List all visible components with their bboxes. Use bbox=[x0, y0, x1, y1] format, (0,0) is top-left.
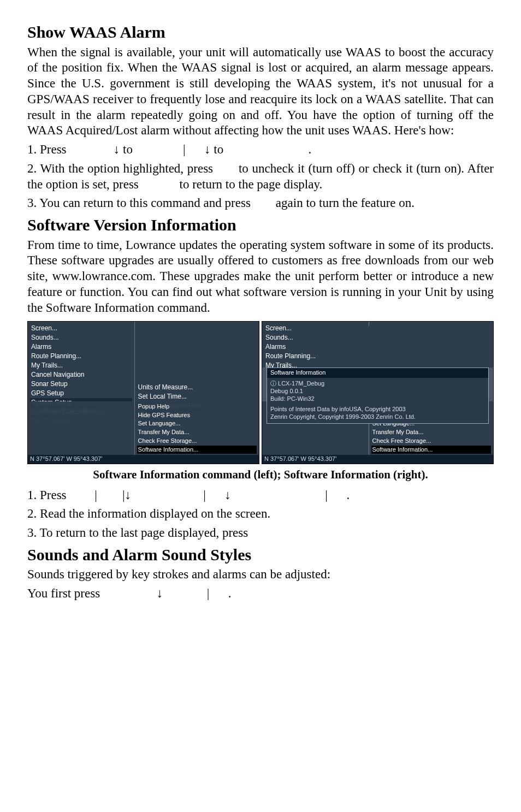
figure-caption: Software Information command (left); Sof… bbox=[27, 467, 494, 482]
menu-col1-r: Screen... Sounds... Alarms Route Plannin… bbox=[262, 322, 369, 368]
popup-line: Zenrin Copyright, Copyright 1999-2003 Ze… bbox=[270, 413, 485, 421]
menu-item[interactable]: Transfer My Data... bbox=[371, 428, 491, 437]
menu-item[interactable]: Hide GPS Features bbox=[137, 411, 257, 420]
screenshot-right: Screen... Sounds... Alarms Route Plannin… bbox=[262, 321, 494, 464]
menu-item[interactable]: Transfer My Data... bbox=[137, 428, 257, 437]
sw-step3: 3. To return to the last page displayed,… bbox=[27, 525, 494, 541]
menu-item[interactable]: Screen... bbox=[264, 324, 366, 333]
popup-line: Debug 0.0.1 bbox=[270, 388, 485, 395]
para-sounds-intro: Sounds triggered by key strokes and alar… bbox=[27, 567, 494, 583]
menu-item[interactable]: Alarms bbox=[264, 342, 366, 352]
waas-step3: 3. You can return to this command and pr… bbox=[27, 195, 494, 211]
sw-step2: 2. Read the information displayed on the… bbox=[27, 506, 494, 522]
menu-item[interactable]: Route Planning... bbox=[264, 352, 366, 361]
menu-lower-col1 bbox=[28, 401, 134, 404]
menu-upper-r: Screen... Sounds... Alarms Route Plannin… bbox=[262, 322, 493, 368]
heading-sw: Software Version Information bbox=[27, 215, 494, 235]
sounds-step1: You first press ↓ | . bbox=[27, 586, 494, 602]
heading-sounds: Sounds and Alarm Sound Styles bbox=[27, 544, 494, 565]
para-sw-intro: From time to time, Lowrance updates the … bbox=[27, 238, 494, 316]
popup-line: ⓘ LCX-17M_Debug bbox=[270, 380, 485, 388]
menu-lower: Popup Help Hide GPS Features Set Languag… bbox=[28, 401, 259, 455]
menu-item[interactable]: Screen... bbox=[30, 324, 132, 333]
map-snippet bbox=[137, 324, 257, 383]
status-bar-r: N 37°57.067' W 95°43.307' bbox=[262, 454, 493, 464]
menu-item[interactable]: Sonar Setup bbox=[30, 380, 132, 389]
menu-item[interactable]: Sounds... bbox=[264, 333, 366, 342]
status-bar: N 37°57.067' W 95°43.307' bbox=[28, 454, 259, 464]
software-info-popup: Software Information ⓘ LCX-17M_Debug Deb… bbox=[267, 368, 489, 424]
menu-item[interactable]: Set Local Time... bbox=[137, 392, 257, 401]
menu-item[interactable]: GPS Setup bbox=[30, 389, 132, 398]
waas-step1: 1. Press ↓ to | ↓ to . bbox=[27, 142, 494, 158]
menu-item[interactable]: Check Free Storage... bbox=[371, 437, 491, 446]
menu-item[interactable]: Cancel Navigation bbox=[30, 370, 132, 380]
menu-item[interactable]: My Trails... bbox=[30, 361, 132, 370]
sw-step1: 1. Press | |↓ | ↓ | . bbox=[27, 488, 494, 503]
para-waas-intro: When the signal is available, your unit … bbox=[27, 45, 494, 139]
waas-step2: 2. With the option highlighted, press to… bbox=[27, 161, 494, 193]
menu-item-highlight[interactable]: Software Information... bbox=[371, 446, 491, 454]
menu-col2-r bbox=[369, 322, 493, 326]
menu-item[interactable]: My Trails... bbox=[264, 361, 366, 368]
menu-item[interactable]: Units of Measure... bbox=[137, 383, 257, 392]
heading-waas: Show WAAS Alarm bbox=[27, 22, 494, 43]
menu-item[interactable]: Sounds... bbox=[30, 333, 132, 342]
figure-software-info: Screen... Sounds... Alarms Route Plannin… bbox=[27, 321, 494, 464]
popup-title: Software Information bbox=[267, 368, 488, 378]
menu-lower-col2: Popup Help Hide GPS Features Set Languag… bbox=[134, 401, 259, 455]
menu-item[interactable]: Alarms bbox=[30, 342, 132, 352]
screenshot-left: Screen... Sounds... Alarms Route Plannin… bbox=[27, 321, 259, 464]
menu-item[interactable]: Popup Help bbox=[137, 402, 257, 411]
popup-line: Points of Interest Data by infoUSA, Copy… bbox=[270, 406, 485, 413]
menu-item[interactable]: Route Planning... bbox=[30, 352, 132, 361]
menu-item-highlight[interactable]: Software Information... bbox=[137, 446, 257, 454]
popup-line: Build: PC-Win32 bbox=[270, 395, 485, 403]
menu-item[interactable]: Check Free Storage... bbox=[137, 437, 257, 446]
menu-item[interactable]: Set Language... bbox=[137, 419, 257, 428]
